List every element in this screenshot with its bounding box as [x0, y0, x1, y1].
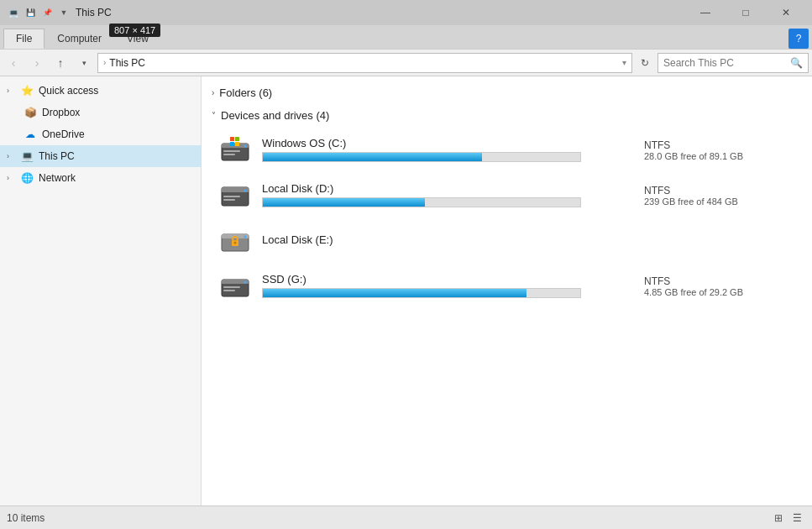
search-icon: 🔍	[790, 57, 803, 69]
drive-item-g[interactable]: SSD (G:) NTFS 4.85 GB free of 29.2 GB	[212, 264, 802, 308]
drive-icon-d	[218, 179, 252, 212]
drives-section-header[interactable]: ˅ Devices and drives (4)	[212, 106, 802, 125]
svg-rect-13	[223, 199, 235, 201]
quick-access-icon: ⭐	[20, 84, 34, 97]
folders-section-header[interactable]: › Folders (6)	[212, 83, 802, 102]
address-bar[interactable]: › This PC ▾	[97, 53, 632, 73]
search-input[interactable]	[663, 57, 787, 69]
title-bar: 💻 💾 📌 ▼ This PC 807 × 417 — □ ✕	[0, 0, 812, 25]
svg-rect-7	[230, 142, 234, 146]
drives-list: Windows OS (C:) NTFS 28.0 GB free of 89.…	[212, 128, 802, 308]
navigation-bar: ‹ › ↑ ▾ › This PC ▾ ↻ 🔍	[0, 50, 812, 76]
svg-point-21	[244, 281, 247, 284]
details-view-button[interactable]: ⊞	[770, 510, 787, 526]
onedrive-icon: ☁	[24, 128, 37, 141]
save-icon: 💾	[24, 6, 37, 19]
svg-rect-5	[230, 137, 234, 141]
minimize-button[interactable]: —	[686, 0, 725, 25]
drive-right-g: NTFS 4.85 GB free of 29.2 GB	[644, 275, 795, 297]
drive-name-d: Local Disk (D:)	[262, 182, 634, 195]
drive-fs-g: NTFS	[644, 275, 670, 287]
dropbox-icon: 📦	[24, 106, 37, 119]
drive-info-g: SSD (G:)	[262, 273, 634, 300]
drive-bar-c	[262, 152, 581, 162]
refresh-button[interactable]: ↻	[636, 54, 654, 72]
sidebar-item-onedrive[interactable]: ☁ OneDrive	[0, 123, 201, 145]
drive-bar-d	[262, 197, 581, 207]
drive-name-g: SSD (G:)	[262, 273, 634, 285]
window-title: This PC	[76, 7, 686, 18]
window-controls: — □ ✕	[686, 0, 805, 25]
up-button[interactable]: ↑	[50, 53, 71, 73]
recent-locations-button[interactable]: ▾	[74, 53, 94, 73]
sidebar-item-network[interactable]: › 🌐 Network	[0, 167, 201, 189]
status-count: 10 items	[7, 512, 770, 524]
sidebar-item-quick-access[interactable]: › ⭐ Quick access	[0, 80, 201, 102]
drive-icon-c	[218, 134, 252, 167]
drive-item-e[interactable]: Local Disk (E:)	[212, 219, 802, 263]
drive-space-g: 4.85 GB free of 29.2 GB	[644, 287, 743, 297]
search-bar[interactable]: 🔍	[657, 53, 809, 73]
drives-section-title: Devices and drives (4)	[221, 109, 329, 122]
drive-fill-d	[263, 198, 425, 207]
maximize-button[interactable]: □	[726, 0, 765, 25]
drive-item-c[interactable]: Windows OS (C:) NTFS 28.0 GB free of 89.…	[212, 128, 802, 172]
drive-info-c: Windows OS (C:)	[262, 137, 634, 164]
dropdown-arrow-icon[interactable]: ▼	[57, 6, 71, 19]
svg-point-2	[244, 145, 247, 148]
drive-icon-e	[218, 224, 252, 258]
view-toggle: ⊞ ☰	[770, 510, 805, 526]
tab-file[interactable]: File	[3, 29, 45, 49]
drive-info-e: Local Disk (E:)	[262, 233, 634, 249]
back-button[interactable]: ‹	[3, 53, 24, 73]
svg-rect-4	[223, 154, 235, 155]
sidebar-item-dropbox[interactable]: 📦 Dropbox	[0, 102, 201, 123]
drive-right-c: NTFS 28.0 GB free of 89.1 GB	[644, 139, 795, 161]
tab-computer[interactable]: Computer	[45, 29, 114, 49]
drive-space-d: 239 GB free of 484 GB	[644, 196, 738, 207]
close-button[interactable]: ✕	[767, 0, 805, 25]
status-bar: 10 items ⊞ ☰	[0, 505, 812, 529]
drive-name-c: Windows OS (C:)	[262, 137, 634, 149]
drive-icon-g	[218, 270, 252, 303]
svg-point-18	[234, 242, 237, 244]
expand-icon: ›	[7, 86, 15, 95]
folders-chevron-icon: ›	[212, 88, 214, 97]
onedrive-label: OneDrive	[42, 128, 85, 140]
this-pc-expand-icon: ›	[7, 152, 15, 160]
address-dropdown-icon[interactable]: ▾	[622, 58, 626, 67]
svg-rect-23	[223, 290, 235, 291]
sidebar-item-this-pc[interactable]: › 💻 This PC	[0, 145, 201, 167]
svg-rect-8	[235, 142, 239, 146]
this-pc-label: This PC	[39, 150, 75, 162]
folders-section-title: Folders (6)	[219, 86, 272, 99]
svg-rect-6	[235, 137, 239, 141]
drive-info-d: Local Disk (D:)	[262, 182, 634, 209]
drive-bar-g	[262, 288, 581, 298]
drive-fs-c: NTFS	[644, 139, 670, 151]
this-pc-icon: 💻	[20, 149, 34, 163]
drive-fs-d: NTFS	[644, 185, 670, 196]
svg-rect-22	[223, 286, 240, 288]
help-button[interactable]: ?	[788, 29, 809, 49]
address-chevron-icon: ›	[103, 58, 106, 67]
svg-point-11	[244, 190, 247, 192]
list-view-button[interactable]: ☰	[788, 510, 805, 526]
sidebar: › ⭐ Quick access 📦 Dropbox ☁ OneDrive › …	[0, 76, 202, 506]
forward-button[interactable]: ›	[27, 53, 47, 73]
drive-fill-c	[263, 153, 482, 161]
main-layout: › ⭐ Quick access 📦 Dropbox ☁ OneDrive › …	[0, 76, 812, 506]
content-area: › Folders (6) ˅ Devices and drives (4)	[202, 76, 812, 506]
drive-item-d[interactable]: Local Disk (D:) NTFS 239 GB free of 484 …	[212, 174, 802, 217]
network-expand-icon: ›	[7, 174, 15, 182]
title-bar-icons: 💻 💾 📌 ▼	[7, 6, 71, 19]
drive-right-d: NTFS 239 GB free of 484 GB	[644, 185, 795, 207]
svg-rect-12	[223, 196, 240, 197]
drive-space-c: 28.0 GB free of 89.1 GB	[644, 151, 743, 161]
network-icon: 🌐	[20, 171, 34, 185]
svg-rect-3	[223, 150, 240, 152]
drive-fill-g	[263, 289, 526, 297]
dimension-tooltip: 807 × 417	[109, 24, 160, 37]
drive-name-e: Local Disk (E:)	[262, 233, 634, 246]
svg-point-16	[244, 236, 247, 238]
